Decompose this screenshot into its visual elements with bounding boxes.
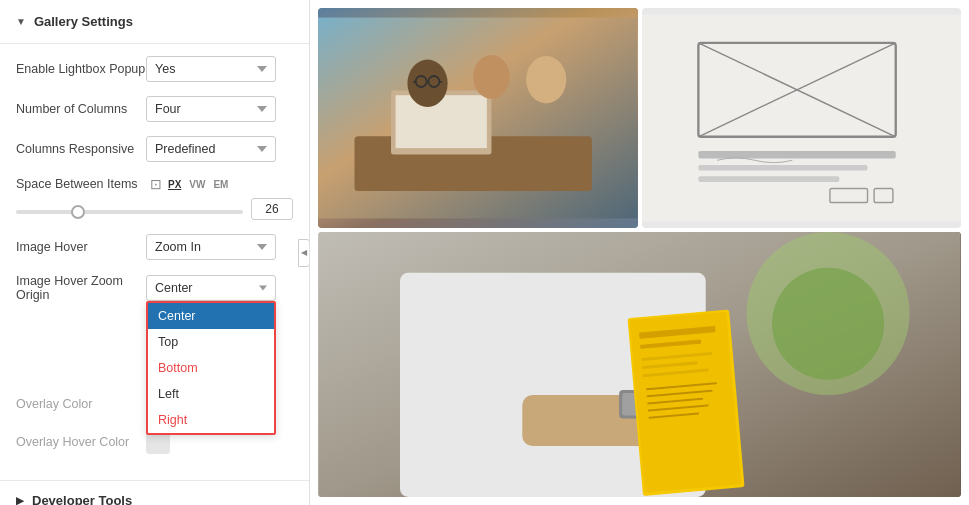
lightbox-row: Enable Lightbox Popup Yes No <box>16 56 293 82</box>
settings-body: Enable Lightbox Popup Yes No Number of C… <box>0 44 309 480</box>
settings-panel: ▼ Gallery Settings Enable Lightbox Popup… <box>0 0 310 505</box>
space-label: Space Between Items <box>16 177 146 191</box>
space-row: Space Between Items ⊡ PX VW EM 26 <box>16 176 293 220</box>
section-collapse-icon: ▼ <box>16 16 26 27</box>
responsive-label: Columns Responsive <box>16 142 146 156</box>
responsive-select[interactable]: Predefined Custom <box>146 136 276 162</box>
hover-origin-dropdown-wrapper: Center Center Top Bottom Left Right <box>146 275 276 301</box>
dev-tools-arrow: ▶ <box>16 495 24 505</box>
svg-point-6 <box>526 56 566 103</box>
gallery-image-2-svg <box>642 8 962 228</box>
gallery-image-1-svg <box>318 8 638 228</box>
columns-select[interactable]: Four One Two Three <box>146 96 276 122</box>
columns-label: Number of Columns <box>16 102 146 116</box>
option-center[interactable]: Center <box>148 303 274 329</box>
option-right[interactable]: Right <box>148 407 274 433</box>
gallery-image-3 <box>318 232 961 497</box>
unit-buttons: PX VW EM <box>166 178 230 191</box>
svg-rect-29 <box>630 312 742 493</box>
space-value-input[interactable]: 26 <box>251 198 293 220</box>
slider-row: 26 <box>16 198 293 220</box>
dev-tools-label: Developer Tools <box>32 493 132 505</box>
svg-rect-17 <box>698 165 867 171</box>
svg-rect-12 <box>642 15 962 222</box>
svg-line-11 <box>439 81 442 82</box>
responsive-row: Columns Responsive Predefined Custom <box>16 136 293 162</box>
columns-row: Number of Columns Four One Two Three <box>16 96 293 122</box>
svg-point-5 <box>473 55 510 99</box>
gallery-image-3-svg <box>318 232 961 497</box>
svg-rect-16 <box>698 151 895 159</box>
hover-origin-dropdown[interactable]: Center <box>146 275 276 301</box>
overlay-hover-label: Overlay Hover Color <box>16 435 146 449</box>
hover-origin-value: Center <box>155 281 193 295</box>
gallery-settings-header[interactable]: ▼ Gallery Settings <box>0 0 309 44</box>
hover-label: Image Hover <box>16 240 146 254</box>
hover-control: Zoom In Zoom Out None <box>146 234 293 260</box>
lightbox-label: Enable Lightbox Popup <box>16 62 146 76</box>
hover-origin-label: Image Hover Zoom Origin <box>16 274 146 302</box>
collapse-icon: ◀ <box>301 248 307 257</box>
hover-origin-option-list: Center Top Bottom Left Right <box>146 301 276 435</box>
gallery-preview <box>310 0 969 505</box>
option-top[interactable]: Top <box>148 329 274 355</box>
columns-control: Four One Two Three <box>146 96 293 122</box>
arrow-indicator: ← <box>305 277 310 298</box>
panel-collapse-handle[interactable]: ◀ <box>298 239 310 267</box>
space-row-top: Space Between Items ⊡ PX VW EM <box>16 176 293 192</box>
section-title: Gallery Settings <box>34 14 133 29</box>
hover-row: Image Hover Zoom In Zoom Out None <box>16 234 293 260</box>
gallery-image-1 <box>318 8 638 228</box>
lightbox-control: Yes No <box>146 56 293 82</box>
hover-select[interactable]: Zoom In Zoom Out None <box>146 234 276 260</box>
svg-rect-3 <box>396 95 487 148</box>
monitor-icon: ⊡ <box>150 176 162 192</box>
space-slider[interactable] <box>16 210 243 214</box>
unit-vw[interactable]: VW <box>187 178 207 191</box>
svg-rect-18 <box>698 176 839 182</box>
lightbox-select[interactable]: Yes No <box>146 56 276 82</box>
unit-px[interactable]: PX <box>166 178 183 191</box>
gallery-image-2 <box>642 8 962 228</box>
hover-origin-row: Image Hover Zoom Origin Center Center To… <box>16 274 293 302</box>
svg-line-10 <box>413 81 416 82</box>
option-bottom[interactable]: Bottom <box>148 355 274 381</box>
dev-tools-header[interactable]: ▶ Developer Tools <box>0 480 309 505</box>
hover-origin-control: Center Center Top Bottom Left Right ← <box>146 275 293 301</box>
overlay-label: Overlay Color <box>16 397 146 411</box>
space-slider-wrapper <box>16 202 243 217</box>
svg-point-4 <box>407 60 447 107</box>
responsive-control: Predefined Custom <box>146 136 293 162</box>
gallery-top-row <box>318 8 961 228</box>
unit-em[interactable]: EM <box>211 178 230 191</box>
svg-point-23 <box>772 268 884 380</box>
option-left[interactable]: Left <box>148 381 274 407</box>
